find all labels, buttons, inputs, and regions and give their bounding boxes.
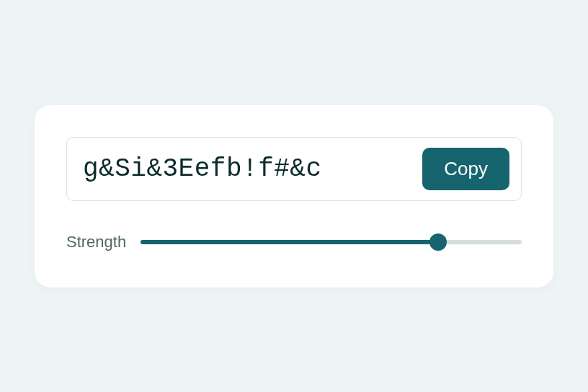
slider-fill	[141, 240, 437, 244]
strength-label: Strength	[66, 233, 126, 251]
slider-thumb[interactable]	[429, 233, 447, 251]
strength-row: Strength	[66, 233, 522, 251]
password-output: g&Si&3Eefb!f#&c	[83, 154, 409, 184]
strength-slider[interactable]	[141, 233, 522, 251]
copy-button[interactable]: Copy	[422, 148, 509, 190]
password-card: g&Si&3Eefb!f#&c Copy Strength	[35, 105, 553, 288]
password-field-row: g&Si&3Eefb!f#&c Copy	[66, 137, 522, 201]
